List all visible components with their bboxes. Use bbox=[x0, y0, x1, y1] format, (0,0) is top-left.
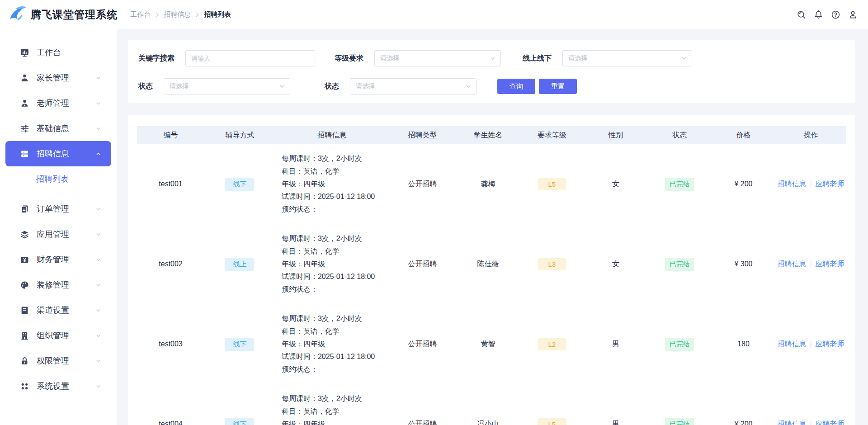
chevron-down-icon bbox=[95, 126, 101, 132]
col-id: 编号 bbox=[137, 126, 204, 144]
cell-gender: 女 bbox=[584, 144, 647, 224]
cell-type: 公开招聘 bbox=[389, 384, 456, 425]
apply-teacher-link[interactable]: 应聘老师 bbox=[815, 340, 844, 348]
online-offline-label: 线上线下 bbox=[523, 54, 552, 63]
recruit-info-link[interactable]: 招聘信息 bbox=[778, 180, 807, 188]
status-1-select-placeholder: 请选择 bbox=[170, 82, 189, 90]
cell-actions: 招聘信息|应聘老师 bbox=[775, 144, 846, 224]
status-1-label: 状态 bbox=[138, 82, 153, 91]
table-row: test004 线下 每周课时：3次，2小时次 科目：英语，化学 年级：四年级 … bbox=[137, 384, 846, 425]
level-badge: L2 bbox=[538, 338, 566, 350]
help-icon[interactable] bbox=[830, 9, 841, 20]
breadcrumb: 工作台 招聘信息 招聘列表 bbox=[117, 10, 231, 19]
online-offline-select[interactable]: 请选择 bbox=[562, 50, 692, 66]
level-badge: L5 bbox=[538, 178, 566, 190]
bell-icon[interactable] bbox=[813, 9, 824, 20]
filter-level: 等级要求 请选择 bbox=[335, 50, 501, 66]
user-icon[interactable] bbox=[848, 9, 858, 20]
status-2-label: 状态 bbox=[325, 82, 339, 91]
layers-icon bbox=[20, 230, 29, 239]
sidebar-item-label: 订单管理 bbox=[37, 203, 69, 214]
sidebar-item-orders[interactable]: 订单管理 bbox=[5, 196, 111, 222]
col-info: 招聘信息 bbox=[275, 126, 389, 144]
filter-online-offline: 线上线下 请选择 bbox=[523, 50, 692, 66]
sidebar-item-permissions[interactable]: 权限管理 bbox=[5, 348, 111, 373]
sidebar-item-label: 基础信息 bbox=[37, 123, 69, 134]
col-actions: 操作 bbox=[775, 126, 846, 144]
breadcrumb-separator-icon bbox=[195, 12, 199, 18]
reset-button[interactable]: 重置 bbox=[539, 79, 577, 94]
status-2-select[interactable]: 请选择 bbox=[350, 78, 476, 94]
cell-price: ¥ 200 bbox=[712, 384, 775, 425]
status-1-select[interactable]: 请选择 bbox=[164, 78, 290, 94]
link-divider: | bbox=[810, 420, 812, 425]
apply-teacher-link[interactable]: 应聘老师 bbox=[815, 180, 844, 188]
table-row: test001 线下 每周课时：3次，2小时次 科目：英语，化学 年级：四年级 … bbox=[137, 144, 846, 224]
sidebar-item-basic-info[interactable]: 基础信息 bbox=[5, 116, 111, 141]
sliders-icon bbox=[20, 124, 29, 133]
sidebar-item-label: 老师管理 bbox=[37, 98, 69, 109]
sidebar-item-organization[interactable]: 组织管理 bbox=[5, 323, 111, 348]
chevron-down-icon bbox=[465, 83, 472, 90]
col-gender: 性别 bbox=[584, 126, 647, 144]
recruit-info-link[interactable]: 招聘信息 bbox=[778, 340, 807, 348]
sidebar-item-recruit-info[interactable]: 招聘信息 bbox=[5, 141, 111, 166]
palette-icon bbox=[20, 280, 29, 290]
chevron-down-icon bbox=[279, 83, 285, 90]
sidebar: 工作台 家长管理 老师管理 bbox=[0, 29, 117, 425]
apply-teacher-link[interactable]: 应聘老师 bbox=[815, 420, 844, 425]
recruit-info-link[interactable]: 招聘信息 bbox=[778, 260, 807, 268]
col-price: 价格 bbox=[712, 126, 775, 144]
cell-gender: 男 bbox=[584, 384, 647, 425]
sidebar-item-parents[interactable]: 家长管理 bbox=[5, 65, 111, 90]
online-offline-select-placeholder: 请选择 bbox=[568, 54, 587, 62]
sidebar-item-system-settings[interactable]: 系统设置 bbox=[5, 373, 111, 399]
chevron-down-icon bbox=[95, 75, 101, 81]
level-badge: L5 bbox=[538, 418, 566, 425]
sidebar-item-teachers[interactable]: 老师管理 bbox=[5, 90, 111, 116]
sidebar-item-finance[interactable]: 财务管理 bbox=[5, 247, 111, 272]
channel-icon bbox=[20, 306, 29, 315]
table-header-row: 编号 辅导方式 招聘信息 招聘类型 学生姓名 要求等级 性别 状态 价格 操作 bbox=[137, 126, 846, 144]
chevron-down-icon bbox=[490, 55, 496, 61]
sidebar-subitem-recruit-list[interactable]: 招聘列表 bbox=[0, 166, 117, 192]
sidebar-item-channels[interactable]: 渠道设置 bbox=[5, 298, 111, 323]
breadcrumb-workbench[interactable]: 工作台 bbox=[130, 10, 151, 19]
chevron-down-icon bbox=[95, 206, 101, 212]
table-row: test002 线上 每周课时：3次，2小时次 科目：英语，化学 年级：四年级 … bbox=[137, 224, 846, 304]
sidebar-item-label: 招聘信息 bbox=[37, 148, 69, 159]
sidebar-item-workbench[interactable]: 工作台 bbox=[5, 40, 111, 65]
cell-student: 冯小山 bbox=[456, 384, 520, 425]
keyword-input[interactable] bbox=[185, 50, 315, 66]
chevron-up-icon bbox=[95, 151, 101, 157]
col-level: 要求等级 bbox=[520, 126, 584, 144]
status-2-select-placeholder: 请选择 bbox=[356, 82, 375, 90]
cell-actions: 招聘信息|应聘老师 bbox=[775, 384, 846, 425]
status-badge: 已完结 bbox=[665, 338, 694, 351]
status-badge: 已完结 bbox=[665, 418, 694, 425]
sidebar-item-apps[interactable]: 应用管理 bbox=[5, 222, 111, 247]
order-icon bbox=[20, 204, 29, 214]
cell-actions: 招聘信息|应聘老师 bbox=[775, 224, 846, 304]
chevron-down-icon bbox=[95, 231, 101, 237]
search-icon[interactable] bbox=[796, 9, 807, 20]
logo-bird-icon bbox=[8, 5, 27, 24]
recruit-icon bbox=[20, 149, 29, 159]
search-button[interactable]: 查询 bbox=[497, 79, 535, 94]
sidebar-item-label: 系统设置 bbox=[37, 381, 69, 392]
level-select[interactable]: 请选择 bbox=[374, 50, 501, 66]
cell-info: 每周课时：3次，2小时次 科目：英语，化学 年级：四年级 试课时间：2025-0… bbox=[275, 384, 389, 425]
apply-teacher-link[interactable]: 应聘老师 bbox=[815, 260, 844, 268]
breadcrumb-recruit-info[interactable]: 招聘信息 bbox=[164, 10, 191, 19]
teacher-icon bbox=[20, 99, 29, 108]
cell-id: test002 bbox=[137, 224, 204, 304]
cell-student: 龚梅 bbox=[456, 144, 520, 224]
breadcrumb-separator-icon bbox=[155, 12, 159, 18]
sidebar-item-label: 组织管理 bbox=[37, 330, 69, 341]
col-status: 状态 bbox=[648, 126, 712, 144]
recruit-info-link[interactable]: 招聘信息 bbox=[778, 420, 807, 425]
cell-student: 黄智 bbox=[456, 304, 520, 384]
sidebar-item-decoration[interactable]: 装修管理 bbox=[5, 272, 111, 298]
chevron-down-icon bbox=[95, 100, 101, 106]
cell-price: ¥ 300 bbox=[712, 224, 775, 304]
